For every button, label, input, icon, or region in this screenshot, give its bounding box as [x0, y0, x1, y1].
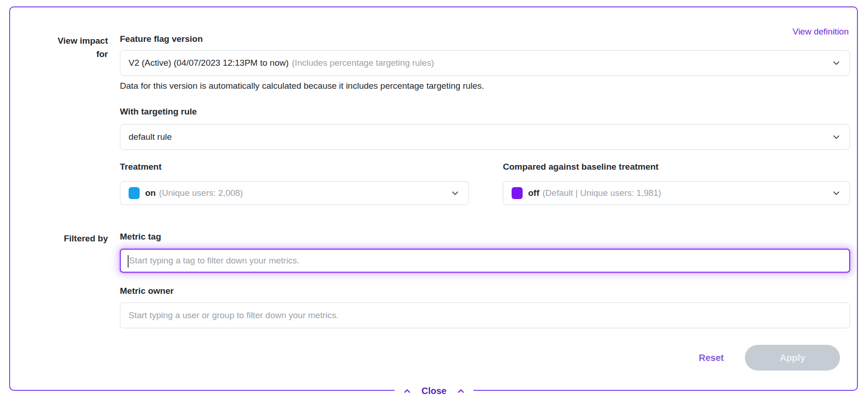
- close-button[interactable]: Close: [395, 384, 473, 397]
- metric-owner-input[interactable]: [120, 303, 850, 328]
- treatment-value-secondary: (Unique users: 2,008): [159, 188, 243, 198]
- baseline-treatment-swatch: [512, 187, 523, 199]
- view-definition-link[interactable]: View definition: [793, 27, 849, 37]
- apply-button[interactable]: Apply: [745, 345, 840, 371]
- baseline-treatment-select[interactable]: off (Default | Unique users: 1,981): [503, 181, 850, 205]
- reset-button[interactable]: Reset: [699, 353, 724, 363]
- treatment-label: Treatment: [120, 162, 162, 172]
- targeting-rule-value: default rule: [129, 132, 172, 142]
- chevron-down-icon: [832, 59, 840, 67]
- targeting-rule-select[interactable]: default rule: [120, 124, 850, 150]
- feature-flag-version-value-secondary: (Includes percentage targeting rules): [292, 58, 434, 68]
- feature-flag-version-value: V2 (Active) (04/07/2023 12:13PM to now): [129, 58, 289, 68]
- baseline-treatment-label: Compared against baseline treatment: [503, 162, 659, 172]
- baseline-treatment-value-secondary: (Default | Unique users: 1,981): [542, 188, 661, 198]
- filtered-by-label: Filtered by: [28, 232, 108, 245]
- actions-row: Reset Apply: [699, 345, 840, 371]
- view-impact-for-label: View impact for: [28, 34, 108, 61]
- treatment-value: on: [145, 188, 156, 198]
- chevron-up-icon: [457, 388, 464, 394]
- metric-tag-input[interactable]: [120, 249, 850, 273]
- close-label: Close: [422, 386, 446, 396]
- impact-filter-screen: View definition View impact for Feature …: [0, 0, 868, 400]
- chevron-down-icon: [832, 133, 840, 141]
- chevron-down-icon: [832, 189, 840, 197]
- metric-tag-label: Metric tag: [120, 232, 161, 242]
- text-caret: [128, 255, 129, 268]
- targeting-rule-label: With targeting rule: [120, 107, 197, 117]
- chevron-up-icon: [404, 388, 411, 394]
- version-helper-text: Data for this version is automatically c…: [120, 81, 484, 91]
- feature-flag-version-select[interactable]: V2 (Active) (04/07/2023 12:13PM to now) …: [120, 50, 850, 76]
- metric-owner-label: Metric owner: [120, 286, 174, 296]
- treatment-select[interactable]: on (Unique users: 2,008): [120, 181, 469, 205]
- feature-flag-version-label: Feature flag version: [120, 34, 203, 44]
- metric-tag-input-wrap: [120, 249, 850, 273]
- treatment-swatch: [129, 187, 140, 199]
- baseline-treatment-value: off: [528, 188, 539, 198]
- close-row: Close: [0, 384, 868, 397]
- chevron-down-icon: [451, 189, 459, 197]
